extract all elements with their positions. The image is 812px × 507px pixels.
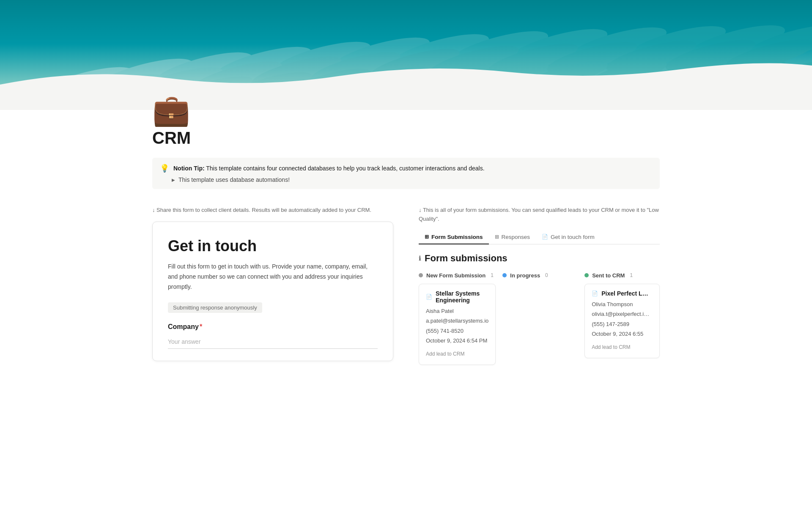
kanban-col-sent-header: Sent to CRM 1	[584, 272, 660, 279]
page-title: CRM	[152, 129, 660, 148]
card-date-stellar: October 9, 2024 6:54 PM	[426, 337, 488, 345]
callout-toggle[interactable]: ▶ This template uses database automation…	[172, 176, 652, 183]
card-company-stellar: 📄 Stellar Systems Engineering	[426, 290, 488, 304]
kanban-col-new-label: New Form Submission	[426, 272, 486, 279]
card-name-pixel: Olivia Thompson	[592, 300, 653, 309]
callout-text: Notion Tip: This template contains four …	[173, 164, 485, 173]
callout-box: 💡 Notion Tip: This template contains fou…	[152, 158, 660, 189]
kanban-col-sent-count: 1	[630, 272, 633, 278]
tab-form-submissions[interactable]: ⊞ Form Submissions	[419, 230, 489, 244]
card-phone-stellar: (555) 741-8520	[426, 327, 488, 335]
company-field-label: Company*	[168, 323, 378, 331]
cover-image	[0, 0, 812, 110]
company-input[interactable]	[168, 335, 378, 349]
tab-get-in-touch-icon: 📄	[542, 234, 548, 240]
callout-icon: 💡	[160, 164, 169, 173]
kanban-dot-inprogress	[502, 273, 507, 277]
tab-form-submissions-icon: ⊞	[425, 234, 429, 240]
kanban-col-sent: Sent to CRM 1 📄 Pixel Perfect L… Olivia …	[584, 272, 660, 358]
card-date-pixel: October 9, 2024 6:55	[592, 330, 653, 338]
tab-responses-label: Responses	[502, 234, 530, 240]
card-company-icon-pixel: 📄	[592, 290, 598, 296]
kanban-col-inprogress-count: 0	[545, 272, 548, 278]
tab-form-submissions-label: Form Submissions	[431, 234, 483, 240]
card-company-name-pixel: Pixel Perfect L…	[601, 290, 648, 297]
left-col-desc: ↓ Share this form to collect client deta…	[152, 206, 393, 215]
kanban-dot-new	[419, 273, 423, 277]
submissions-tabs: ⊞ Form Submissions ⊞ Responses 📄 Get in …	[419, 230, 660, 244]
kanban-col-new: New Form Submission 1 📄 Stellar Systems …	[419, 272, 496, 365]
card-email-pixel: olivia.t@pixelperfect.i…	[592, 310, 653, 318]
card-phone-pixel: (555) 147-2589	[592, 320, 653, 329]
two-column-layout: ↓ Share this form to collect client deta…	[152, 206, 660, 365]
kanban-dot-sent	[584, 273, 589, 277]
kanban-col-inprogress-label: In progress	[510, 272, 540, 279]
tab-get-in-touch-form[interactable]: 📄 Get in touch form	[536, 230, 601, 244]
card-company-icon-stellar: 📄	[426, 294, 432, 300]
submissions-section-title: Form submissions	[425, 253, 508, 264]
page-icon: 💼	[152, 95, 190, 125]
form-card: Get in touch Fill out this form to get i…	[152, 222, 393, 361]
kanban-col-sent-label: Sent to CRM	[592, 272, 625, 279]
right-column: ↓ This is all of your form submissions. …	[419, 206, 660, 365]
kanban-card-stellar: 📄 Stellar Systems Engineering Aisha Pate…	[419, 284, 496, 365]
company-field-group: Company*	[168, 323, 378, 349]
submissions-header: ℹ Form submissions	[419, 253, 660, 264]
card-name-stellar: Aisha Patel	[426, 307, 488, 315]
card-company-pixel: 📄 Pixel Perfect L…	[592, 290, 653, 297]
add-lead-btn-pixel[interactable]: Add lead to CRM	[592, 343, 653, 352]
info-icon: ℹ	[419, 255, 421, 262]
toggle-arrow-icon: ▶	[172, 178, 175, 182]
anon-badge: Submitting response anonymously	[168, 302, 262, 313]
right-col-desc: ↓ This is all of your form submissions. …	[419, 206, 660, 224]
form-title: Get in touch	[168, 237, 378, 255]
kanban-col-new-count: 1	[491, 272, 494, 278]
page-content: 💼 CRM 💡 Notion Tip: This template contai…	[127, 110, 685, 390]
left-column: ↓ Share this form to collect client deta…	[152, 206, 393, 361]
kanban-board: New Form Submission 1 📄 Stellar Systems …	[419, 272, 660, 365]
kanban-col-inprogress: In progress 0	[502, 272, 578, 284]
kanban-col-new-header: New Form Submission 1	[419, 272, 496, 279]
tab-responses[interactable]: ⊞ Responses	[489, 230, 536, 244]
callout-toggle-label: This template uses database automations!	[178, 176, 290, 183]
tab-get-in-touch-label: Get in touch form	[551, 234, 595, 240]
card-email-stellar: a.patel@stellarsystems.io	[426, 317, 488, 325]
card-company-name-stellar: Stellar Systems Engineering	[436, 290, 488, 304]
form-description: Fill out this form to get in touch with …	[168, 262, 378, 292]
kanban-col-inprogress-header: In progress 0	[502, 272, 578, 279]
tab-responses-icon: ⊞	[495, 234, 499, 240]
kanban-card-pixel: 📄 Pixel Perfect L… Olivia Thompson olivi…	[584, 284, 660, 358]
add-lead-btn-stellar[interactable]: Add lead to CRM	[426, 349, 488, 359]
